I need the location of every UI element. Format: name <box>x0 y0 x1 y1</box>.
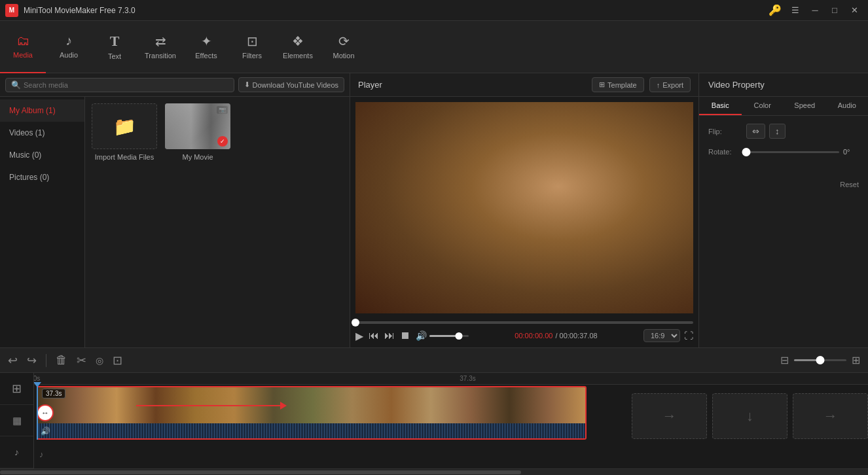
music-track-row: ♪ <box>34 441 868 467</box>
main-area: 🔍 ⬇ Download YouTube Videos My Album (1)… <box>0 73 868 347</box>
toolbar-audio[interactable]: ♪ Audio <box>46 21 92 73</box>
rotate-value: 0° <box>843 148 859 156</box>
transition-icon: ⇄ <box>155 33 166 49</box>
undo-button[interactable]: ↩ <box>5 352 20 369</box>
tab-speed[interactable]: Speed <box>784 97 826 115</box>
my-movie-label: My Movie <box>182 153 213 161</box>
rotate-dot <box>742 148 751 156</box>
rotate-label: Rotate: <box>708 148 741 156</box>
volume-button[interactable]: 🔊 <box>416 330 427 341</box>
toolbar-text[interactable]: T Text <box>92 21 137 73</box>
template-icon: ⊞ <box>599 80 605 89</box>
time-display-group: 00:00:00.00 / 00:00:37.08 <box>515 332 597 340</box>
media-icon: 🗂 <box>16 33 29 48</box>
ruler-mark-37s: 37.3s <box>460 375 475 382</box>
zoom-out-button[interactable]: ⊟ <box>778 353 791 368</box>
template-button[interactable]: ⊞ Template <box>592 77 644 92</box>
sidebar-pictures-label: Pictures (0) <box>9 173 49 182</box>
video-preview-bg <box>355 102 693 313</box>
toolbar-media-label: Media <box>13 51 33 59</box>
audio-icon-overlay: 🔊 <box>41 427 50 436</box>
detach-audio-button[interactable]: ◎ <box>93 354 106 367</box>
export-icon: ↑ <box>657 81 660 89</box>
export-button[interactable]: ↑ Export <box>649 77 691 92</box>
music-track-icon[interactable]: ♪ <box>0 436 33 468</box>
player-panel: Player ⊞ Template ↑ Export <box>350 73 699 347</box>
sidebar-item-music[interactable]: Music (0) <box>0 144 84 166</box>
folder-icon: 📁 <box>113 116 136 137</box>
tab-audio[interactable]: Audio <box>826 97 869 115</box>
reset-button[interactable]: Reset <box>840 181 859 188</box>
transition-slot-2[interactable]: ↓ <box>712 393 787 439</box>
aspect-ratio-select[interactable]: 16:9 9:16 1:1 4:3 <box>643 329 680 342</box>
sidebar-item-my-album[interactable]: My Album (1) <box>0 99 84 122</box>
scrollbar-thumb[interactable] <box>0 470 521 474</box>
aspect-ratio-controls: 16:9 9:16 1:1 4:3 ⛶ <box>643 329 693 342</box>
minimize-button[interactable]: ─ <box>806 3 823 18</box>
zoom-slider[interactable] <box>794 359 846 361</box>
transition-slot-3[interactable]: → <box>793 393 868 439</box>
download-youtube-button[interactable]: ⬇ Download YouTube Videos <box>238 77 345 92</box>
ruler-mark-0s: 0s <box>34 375 40 382</box>
elements-icon: ❖ <box>292 33 304 49</box>
tab-color[interactable]: Color <box>742 97 784 115</box>
volume-fill <box>429 335 459 337</box>
tab-basic[interactable]: Basic <box>699 97 742 115</box>
cut-button[interactable]: ✂ <box>74 352 89 369</box>
toolbar-media[interactable]: 🗂 Media <box>0 21 46 73</box>
time-separator-total: / 00:00:37.08 <box>555 332 597 340</box>
sidebar-item-videos[interactable]: Videos (1) <box>0 122 84 144</box>
crop-button[interactable]: ⊡ <box>110 352 125 369</box>
download-label: Download YouTube Videos <box>253 81 339 89</box>
motion-icon: ⟳ <box>338 33 350 49</box>
volume-slider[interactable] <box>429 335 469 337</box>
search-box[interactable]: 🔍 <box>5 78 234 92</box>
search-input[interactable] <box>24 81 228 89</box>
sidebar-item-pictures[interactable]: Pictures (0) <box>0 166 84 188</box>
basic-properties: Flip: ⇔ ↕ Rotate: 0° <box>699 116 868 173</box>
flip-vertical-button[interactable]: ↕ <box>769 124 786 139</box>
timeline-ruler: 0s 37.3s <box>34 373 868 385</box>
video-track-icon[interactable]: ▦ <box>0 405 33 437</box>
delete-button[interactable]: 🗑 <box>53 352 70 368</box>
left-panel-inner: My Album (1) Videos (1) Music (0) Pictur… <box>0 97 350 347</box>
stop-button[interactable]: ⏹ <box>400 330 410 342</box>
close-button[interactable]: ✕ <box>846 3 863 18</box>
transition-slot-1[interactable]: → <box>632 393 707 439</box>
toolbar-transition[interactable]: ⇄ Transition <box>137 21 183 73</box>
add-track-button[interactable]: ⊞ <box>0 373 33 405</box>
volume-dot <box>456 332 463 340</box>
timeline-toolbar: ↩ ↪ 🗑 ✂ ◎ ⊡ ⊟ ⊞ <box>0 348 868 373</box>
menu-button[interactable]: ☰ <box>787 3 804 18</box>
toolbar-transition-label: Transition <box>145 52 176 60</box>
import-media-item[interactable]: 📁 Import Media Files <box>92 103 157 161</box>
time-current: 00:00:00.00 <box>515 332 552 340</box>
video-clip[interactable]: 37.3s ↔ <box>37 386 587 440</box>
flip-horizontal-button[interactable]: ⇔ <box>746 124 765 139</box>
redo-button[interactable]: ↪ <box>24 352 39 369</box>
toolbar-effects[interactable]: ✦ Effects <box>183 21 229 73</box>
video-check-icon: ✓ <box>217 136 228 147</box>
flip-controls: ⇔ ↕ <box>746 124 859 139</box>
skip-back-button[interactable]: ⏮ <box>369 330 379 342</box>
resize-handle-left[interactable]: ↔ <box>37 404 54 421</box>
rotate-slider[interactable] <box>746 151 839 153</box>
timeline-scrollbar[interactable] <box>0 468 868 475</box>
maximize-button[interactable]: □ <box>826 3 843 18</box>
timeline-tracks: 0s 37.3s 37.3s ↔ <box>34 373 868 468</box>
toolbar-elements[interactable]: ❖ Elements <box>275 21 321 73</box>
toolbar-motion[interactable]: ⟳ Motion <box>321 21 367 73</box>
zoom-in-button[interactable]: ⊞ <box>849 353 863 368</box>
rotate-row: Rotate: 0° <box>708 148 859 156</box>
fullscreen-button[interactable]: ⛶ <box>684 330 693 341</box>
toolbar-elements-label: Elements <box>283 52 313 60</box>
toolbar-filters[interactable]: ⊡ Filters <box>229 21 275 73</box>
my-movie-thumb: 📷 ✓ <box>165 103 230 149</box>
progress-bar[interactable] <box>355 321 693 324</box>
play-button[interactable]: ▶ <box>355 330 363 342</box>
my-movie-item[interactable]: 📷 ✓ My Movie <box>165 103 230 161</box>
media-panel-topbar: 🔍 ⬇ Download YouTube Videos <box>0 73 350 97</box>
skip-forward-button[interactable]: ⏭ <box>384 330 395 342</box>
zoom-controls: ⊟ ⊞ <box>778 353 863 368</box>
main-toolbar: 🗂 Media ♪ Audio T Text ⇄ Transition ✦ Ef… <box>0 21 868 73</box>
